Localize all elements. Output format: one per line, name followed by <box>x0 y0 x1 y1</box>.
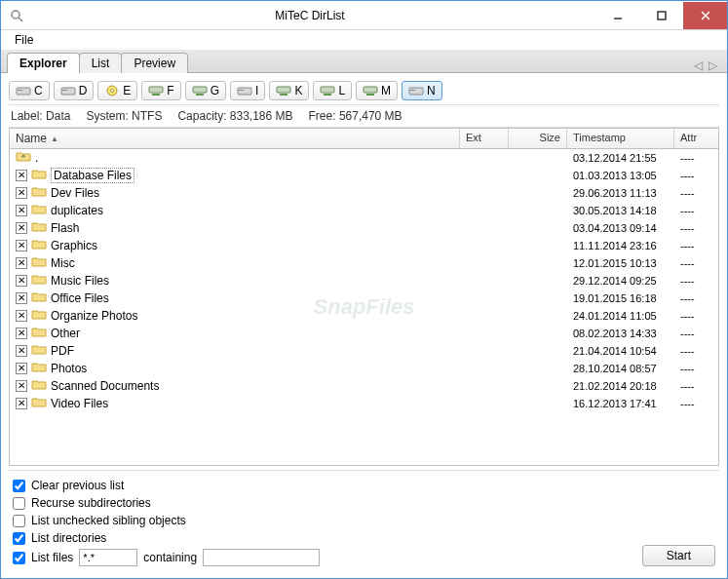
table-row[interactable]: ✕Office Files19.01.2015 16:18---- <box>10 290 718 307</box>
tab-scroll-right-icon[interactable]: ▷ <box>709 58 717 72</box>
svg-rect-18 <box>277 87 290 93</box>
cell-ext <box>460 385 509 387</box>
cell-name: ✕Organize Photos <box>10 307 460 324</box>
drive-button-g[interactable]: G <box>185 81 226 100</box>
menubar: File <box>1 30 727 50</box>
containing-input[interactable] <box>203 549 320 566</box>
grid-body[interactable]: SnapFiles .03.12.2014 21:55----✕Database… <box>10 149 718 465</box>
folder-icon <box>31 203 47 217</box>
label-value: Data <box>46 109 70 123</box>
folder-icon <box>31 396 47 410</box>
row-checkbox[interactable]: ✕ <box>16 345 27 357</box>
menu-file[interactable]: File <box>7 31 41 49</box>
column-header-timestamp[interactable]: Timestamp <box>567 129 674 148</box>
row-checkbox[interactable]: ✕ <box>16 275 27 287</box>
drive-button-c[interactable]: C <box>9 81 50 100</box>
drive-letter: E <box>123 84 131 97</box>
table-row[interactable]: ✕Database Files01.03.2013 13:05---- <box>10 167 718 184</box>
drive-button-n[interactable]: N <box>402 81 442 100</box>
tab-scroll-left-icon[interactable]: ◁ <box>694 58 703 72</box>
cell-ext <box>460 262 509 264</box>
table-row[interactable]: ✕Photos28.10.2014 08:57---- <box>10 360 718 377</box>
table-row[interactable]: ✕Other08.02.2013 14:33---- <box>10 325 718 342</box>
maximize-button[interactable] <box>639 2 683 29</box>
column-header-size[interactable]: Size <box>509 129 567 148</box>
minimize-button[interactable] <box>595 2 639 29</box>
svg-rect-9 <box>62 90 67 91</box>
row-checkbox[interactable]: ✕ <box>16 363 27 374</box>
table-row[interactable]: ✕Graphics11.11.2014 23:16---- <box>10 237 718 254</box>
cell-ext <box>460 367 509 369</box>
drive-button-f[interactable]: F <box>141 81 180 100</box>
tab-preview[interactable]: Preview <box>121 53 188 73</box>
svg-rect-6 <box>17 88 30 95</box>
table-row[interactable]: ✕Video Files16.12.2013 17:41---- <box>10 395 718 412</box>
system-prefix: System: <box>86 109 128 123</box>
table-row[interactable]: ✕Organize Photos24.01.2014 11:05---- <box>10 307 718 325</box>
cell-timestamp: 19.01.2015 16:18 <box>567 291 674 305</box>
checkbox-list-directories[interactable] <box>13 532 25 545</box>
cell-ext <box>460 315 509 317</box>
table-row[interactable]: ✕Dev Files29.06.2013 11:13---- <box>10 184 718 202</box>
option-list-directories[interactable]: List directories <box>13 531 642 545</box>
content-area: CDEFGIKLMN Label: Data System: NTFS Capa… <box>1 73 727 578</box>
option-list-unchecked[interactable]: List unchecked sibling objects <box>13 514 642 527</box>
checkbox-recurse[interactable] <box>13 497 25 510</box>
table-row[interactable]: ✕PDF21.04.2014 10:54---- <box>10 342 718 360</box>
drive-button-m[interactable]: M <box>356 81 398 100</box>
drive-button-e[interactable]: E <box>97 81 137 100</box>
option-recurse[interactable]: Recurse subdirectories <box>13 496 642 510</box>
svg-rect-14 <box>193 87 207 93</box>
drive-button-k[interactable]: K <box>269 81 309 100</box>
table-row[interactable]: ✕Flash03.04.2013 09:14---- <box>10 219 718 237</box>
row-checkbox[interactable]: ✕ <box>16 310 27 322</box>
drive-button-i[interactable]: I <box>230 81 265 100</box>
table-row[interactable]: ✕duplicates30.05.2013 14:18---- <box>10 202 718 219</box>
row-checkbox[interactable]: ✕ <box>16 205 27 216</box>
row-checkbox[interactable]: ✕ <box>16 170 27 181</box>
file-name: Database Files <box>51 168 134 183</box>
option-clear-previous[interactable]: Clear previous list <box>13 479 642 492</box>
cell-timestamp: 11.11.2014 23:16 <box>567 239 674 252</box>
column-header-name[interactable]: Name ▲ <box>10 129 460 148</box>
row-checkbox[interactable]: ✕ <box>16 292 27 304</box>
row-checkbox[interactable]: ✕ <box>16 380 27 392</box>
cell-ext <box>460 280 509 282</box>
titlebar: MiTeC DirList <box>1 1 727 30</box>
list-files-label: List files <box>31 551 73 564</box>
cell-timestamp: 29.06.2013 11:13 <box>567 186 674 200</box>
cell-timestamp: 29.12.2014 09:25 <box>567 274 674 288</box>
file-mask-input[interactable] <box>79 549 137 566</box>
column-header-attr[interactable]: Attr <box>674 129 718 148</box>
tab-list[interactable]: List <box>79 53 123 73</box>
row-checkbox[interactable]: ✕ <box>16 398 27 409</box>
checkbox-clear-previous[interactable] <box>13 480 25 492</box>
cell-size <box>509 280 567 282</box>
row-checkbox[interactable]: ✕ <box>16 328 27 339</box>
drive-button-d[interactable]: D <box>54 81 95 100</box>
row-checkbox[interactable]: ✕ <box>16 257 27 269</box>
file-name: Organize Photos <box>51 309 137 323</box>
start-button[interactable]: Start <box>642 545 715 566</box>
column-header-ext[interactable]: Ext <box>460 129 509 148</box>
drive-button-l[interactable]: L <box>313 81 352 100</box>
table-row[interactable]: ✕Scanned Documents21.02.2014 20:18---- <box>10 377 718 395</box>
table-row[interactable]: .03.12.2014 21:55---- <box>10 149 718 167</box>
cell-size <box>509 385 567 387</box>
svg-rect-20 <box>321 87 334 93</box>
table-row[interactable]: ✕Music Files29.12.2014 09:25---- <box>10 272 718 290</box>
checkbox-list-unchecked[interactable] <box>13 515 25 527</box>
row-checkbox[interactable]: ✕ <box>16 187 27 199</box>
cell-attr: ---- <box>674 344 718 358</box>
options-area: Clear previous list Recurse subdirectori… <box>9 470 719 570</box>
tab-explorer[interactable]: Explorer <box>7 53 80 73</box>
checkbox-list-files[interactable] <box>13 552 25 564</box>
row-checkbox[interactable]: ✕ <box>16 240 27 251</box>
row-checkbox[interactable]: ✕ <box>16 222 27 234</box>
file-name: Flash <box>51 221 79 235</box>
table-row[interactable]: ✕Misc12.01.2015 10:13---- <box>10 254 718 272</box>
drive-letter: I <box>255 84 258 97</box>
free-prefix: Free: <box>309 109 336 123</box>
close-button[interactable] <box>683 2 727 29</box>
option-list-files: List files containing <box>13 549 642 566</box>
